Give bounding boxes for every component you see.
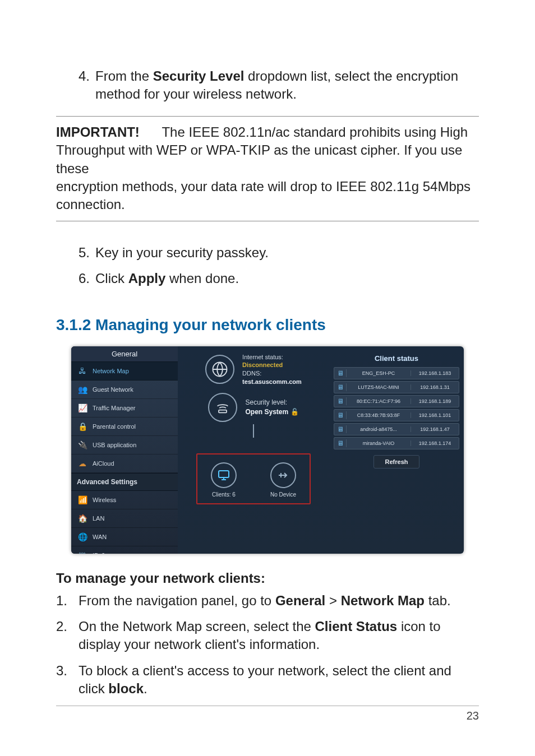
manage-step-3-c: .: [144, 681, 147, 696]
important-label: IMPORTANT!: [56, 124, 140, 140]
step-6-number: 6.: [79, 270, 95, 287]
step-6-pre: Click: [95, 271, 128, 286]
step-6: 6.Click Apply when done.: [79, 270, 479, 287]
ddns-label: DDNS:: [242, 369, 302, 378]
globe-icon: [205, 355, 234, 384]
usb-icon: [270, 462, 296, 488]
sidebar-item-lan[interactable]: LAN: [71, 509, 178, 528]
client-status-title: Client status: [334, 352, 459, 367]
usb-application-icon: [78, 440, 87, 449]
client-row[interactable]: 🖥 C8:33:4B:7B:93:8F 192.168.1.101: [334, 409, 459, 421]
sidebar-item-aicloud[interactable]: AiCloud: [71, 454, 178, 473]
step-5-number: 5.: [79, 244, 95, 262]
sidebar-item-label: Network Map: [93, 368, 129, 374]
sidebar-item-usb-application[interactable]: USB application: [71, 436, 178, 454]
important-spacer: [140, 124, 162, 140]
security-level-block[interactable]: Security level: Open System 🔓: [208, 393, 298, 422]
clients-feature[interactable]: Clients: 6: [211, 462, 237, 498]
sidebar-item-label: WAN: [93, 534, 107, 540]
sidebar-item-traffic-manager[interactable]: Traffic Manager: [71, 399, 178, 418]
important-l3: encryption methods, your data rate will …: [56, 179, 471, 194]
feature-row-highlight: Clients: 6 No Device: [196, 453, 311, 504]
manage-step-3-b1: block: [108, 681, 144, 696]
svg-rect-2: [219, 471, 229, 477]
wireless-icon: [78, 495, 87, 504]
internet-status-label: Internet status:: [242, 353, 302, 361]
client-row[interactable]: 🖥 80:EC:71:AC:F7:96 192.168.1.189: [334, 395, 459, 407]
sidebar-item-label: LAN: [93, 515, 104, 522]
sidebar-item-label: Guest Network: [93, 386, 133, 393]
sidebar-item-ipv6[interactable]: IPv6: [71, 546, 178, 554]
sidebar-item-network-map[interactable]: Network Map: [71, 362, 178, 381]
parental-control-icon: [78, 422, 87, 431]
step-4-bold: Security Level: [153, 68, 245, 84]
monitor-icon: 🖥: [334, 411, 347, 419]
manage-step-1-b1: General: [275, 593, 325, 608]
router-icon: [208, 393, 237, 422]
connector-line: [253, 424, 254, 438]
client-row[interactable]: 🖥 android-a8475... 192.168.1.47: [334, 423, 459, 435]
usb-feature[interactable]: No Device: [270, 462, 296, 498]
ddns-value: test.asuscomm.com: [242, 378, 302, 386]
client-row[interactable]: 🖥 ENG_ESH-PC 192.168.1.183: [334, 367, 459, 379]
client-name: C8:33:4B:7B:93:8F: [347, 412, 411, 418]
manage-step-3: 3. To block a client's access to your ne…: [56, 662, 479, 698]
section-heading: 3.1.2 Managing your network clients: [56, 316, 479, 334]
sidebar-item-label: Parental control: [93, 423, 136, 430]
manage-step-2-number: 2.: [56, 618, 67, 636]
traffic-manager-icon: [78, 403, 87, 412]
monitor-icon: 🖥: [334, 425, 347, 433]
sidebar-item-wan[interactable]: WAN: [71, 528, 178, 546]
security-level-value: Open System: [245, 408, 288, 416]
sidebar-item-label: Wireless: [93, 497, 116, 503]
client-row[interactable]: 🖥 miranda-VAIO 192.168.1.174: [334, 437, 459, 449]
internet-status-text: Internet status: Disconnected DDNS: test…: [242, 353, 302, 386]
client-row[interactable]: 🖥 LUTZS-MAC-MINI 192.168.1.31: [334, 381, 459, 393]
sidebar: General Network Map Guest Network Traffi…: [71, 346, 178, 554]
clients-count: 6: [232, 491, 236, 498]
client-name: android-a8475...: [347, 426, 411, 432]
client-ip: 192.168.1.31: [411, 384, 459, 390]
monitor-icon: 🖥: [334, 383, 347, 391]
monitor-icon: 🖥: [334, 397, 347, 405]
step-4: 4.From the Security Level dropdown list,…: [79, 67, 479, 104]
lock-open-icon: 🔓: [290, 408, 299, 416]
sidebar-advanced-heading: Advanced Settings: [71, 473, 178, 491]
manage-step-2: 2. On the Network Map screen, select the…: [56, 618, 479, 654]
step-6-bold: Apply: [128, 271, 166, 286]
important-l4: connection.: [56, 197, 125, 212]
manage-clients-heading: To manage your network clients:: [56, 571, 479, 586]
client-ip: 192.168.1.189: [411, 398, 459, 404]
internet-status-value: Disconnected: [242, 361, 302, 369]
internet-status-block[interactable]: Internet status: Disconnected DDNS: test…: [205, 353, 302, 386]
lan-icon: [78, 514, 87, 523]
instruction-list-mid: 5.Key in your security passkey. 6.Click …: [79, 244, 479, 288]
client-name: 80:EC:71:AC:F7:96: [347, 398, 411, 404]
step-6-post: when done.: [165, 271, 239, 286]
center-panel: Internet status: Disconnected DDNS: test…: [178, 346, 329, 554]
important-callout: IMPORTANT! The IEEE 802.11n/ac standard …: [56, 116, 479, 221]
important-l1: The IEEE 802.11n/ac standard prohibits u…: [162, 124, 468, 140]
important-l2: Throughput with WEP or WPA-TKIP as the u…: [56, 142, 462, 175]
client-status-panel: Client status 🖥 ENG_ESH-PC 192.168.1.183…: [329, 346, 464, 554]
wan-icon: [78, 532, 87, 541]
sidebar-item-parental-control[interactable]: Parental control: [71, 418, 178, 436]
client-ip: 192.168.1.101: [411, 412, 459, 418]
security-level-text: Security level: Open System 🔓: [245, 398, 298, 417]
sidebar-item-wireless[interactable]: Wireless: [71, 491, 178, 509]
sidebar-item-guest-network[interactable]: Guest Network: [71, 381, 178, 399]
manage-step-2-b1: Client Status: [315, 619, 398, 634]
client-name: miranda-VAIO: [347, 440, 411, 446]
monitor-icon: 🖥: [334, 369, 347, 377]
step-4-text-a: From the: [95, 68, 153, 84]
client-name: LUTZS-MAC-MINI: [347, 384, 411, 390]
client-name: ENG_ESH-PC: [347, 370, 411, 376]
step-4-text-c: dropdown list, select the encryption: [244, 68, 458, 84]
client-ip: 192.168.1.47: [411, 426, 459, 432]
manage-step-1-b2: Network Map: [341, 593, 425, 608]
network-map-icon: [78, 367, 87, 375]
guest-network-icon: [78, 385, 87, 394]
manage-step-2-a: On the Network Map screen, select the: [79, 619, 315, 634]
aicloud-icon: [78, 459, 87, 468]
refresh-button[interactable]: Refresh: [373, 455, 420, 469]
